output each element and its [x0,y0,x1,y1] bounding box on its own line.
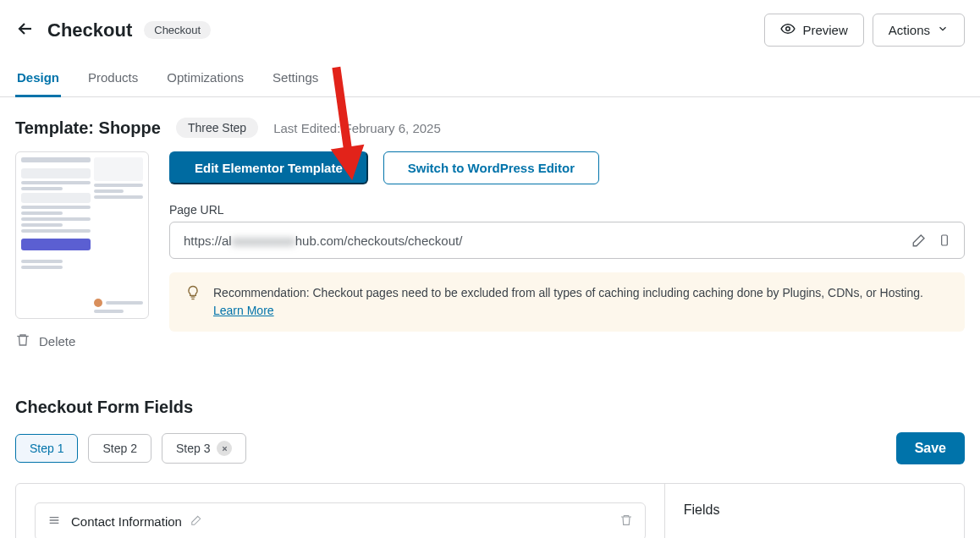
tab-products[interactable]: Products [86,60,140,97]
tab-design[interactable]: Design [15,60,61,97]
actions-button[interactable]: Actions [873,14,965,47]
delete-template-button[interactable]: Delete [15,332,149,350]
tab-optimizations[interactable]: Optimizations [165,60,245,97]
delete-label: Delete [39,334,75,349]
step-type-badge: Checkout [144,21,211,39]
form-fields-heading: Checkout Form Fields [15,398,965,417]
fields-sidebar: Fields [664,484,964,538]
contact-info-label: Contact Information [71,514,182,529]
delete-section-icon[interactable] [619,513,633,530]
page-url-label: Page URL [169,203,965,217]
preview-button-label: Preview [802,23,847,37]
lightbulb-icon [184,284,201,304]
page-url-suffix: hub.com/checkouts/checkout/ [295,233,463,248]
learn-more-link[interactable]: Learn More [213,304,274,317]
main-tabs: Design Products Optimizations Settings [0,60,980,97]
actions-button-label: Actions [889,23,930,37]
contact-information-section[interactable]: Contact Information [35,502,646,538]
template-thumbnail[interactable] [15,151,149,319]
chevron-down-icon [937,23,949,37]
step-2-button[interactable]: Step 2 [88,434,151,463]
page-title: Checkout [47,19,132,41]
edit-section-icon[interactable] [190,514,202,529]
page-url-redacted: xxxxxxxxxx [232,233,295,248]
tab-label: Settings [273,70,318,85]
fields-panel-title: Fields [684,502,945,518]
drag-handle-icon[interactable] [47,513,61,530]
tab-label: Design [17,70,59,85]
tab-label: Products [88,70,138,85]
recommendation-notice: Recommendation: Checkout pages need to b… [169,272,965,332]
save-label: Save [915,441,946,455]
page-url-input-wrap: https://alxxxxxxxxxxhub.com/checkouts/ch… [169,222,965,259]
edit-elementor-label: Edit Elementor Template [195,161,343,175]
back-arrow-icon[interactable] [15,19,36,41]
edit-elementor-button[interactable]: Edit Elementor Template [169,151,368,184]
switch-wp-editor-button[interactable]: Switch to WordPress Editor [383,151,599,184]
remove-step-icon[interactable] [217,441,232,456]
svg-point-0 [786,27,790,31]
step-1-button[interactable]: Step 1 [15,434,78,463]
last-edited-label: Last Edited: February 6, 2025 [273,121,441,135]
switch-wp-editor-label: Switch to WordPress Editor [408,161,575,175]
edit-url-button[interactable] [906,228,932,253]
step-label: Step 1 [30,442,63,455]
tab-label: Optimizations [167,70,244,85]
step-label: Step 3 [176,442,210,455]
tab-settings[interactable]: Settings [271,60,320,97]
trash-icon [15,332,30,350]
form-fields-panel: Contact Information [16,484,664,538]
preview-button[interactable]: Preview [764,14,863,47]
step-3-button[interactable]: Step 3 [162,433,246,464]
template-variant-badge: Three Step [176,118,258,138]
svg-rect-1 [942,235,948,245]
page-url-input[interactable]: https://alxxxxxxxxxxhub.com/checkouts/ch… [184,233,906,248]
save-button[interactable]: Save [896,432,965,464]
eye-icon [780,21,796,39]
step-label: Step 2 [102,442,136,455]
recommendation-text: Recommendation: Checkout pages need to b… [213,286,923,299]
copy-url-button[interactable] [932,228,957,253]
page-url-prefix: https://al [184,233,232,248]
template-title: Template: Shoppe [15,118,161,138]
